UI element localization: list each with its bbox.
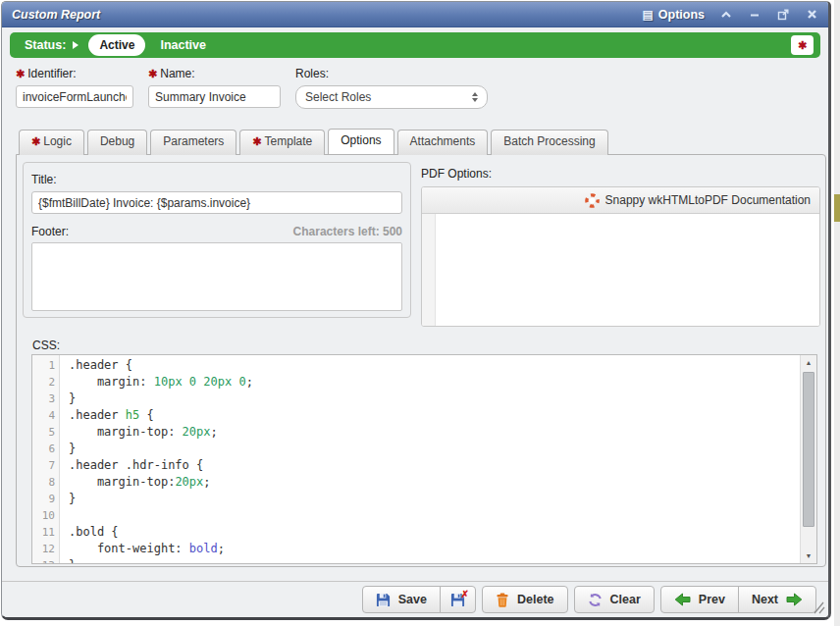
- identifier-input[interactable]: [16, 85, 133, 108]
- css-line-numbers: 12345678910111213: [32, 355, 60, 563]
- options-tab-panel: Title: Footer: Characters left: 500 PDF …: [16, 154, 826, 567]
- options-menu-label: Options: [658, 8, 705, 22]
- tab-label: Attachments: [410, 134, 476, 148]
- title-label: Title:: [31, 173, 57, 186]
- titlebar: Custom Report ▤ Options: [2, 2, 828, 27]
- footer-toolbar: Save ✗: [2, 581, 828, 617]
- nav-button-group: Prev Next: [660, 586, 816, 613]
- pdf-options-textarea[interactable]: [436, 214, 819, 327]
- required-icon: ✱: [31, 135, 40, 147]
- tab-template[interactable]: ✱Template: [239, 130, 325, 155]
- code-line: margin: 10px 0 20px 0;: [69, 374, 800, 391]
- scroll-up-icon[interactable]: ▲: [801, 355, 816, 370]
- line-number: 11: [32, 524, 55, 541]
- characters-left-counter: Characters left: 500: [293, 225, 402, 238]
- tab-bar: ✱LogicDebugParameters✱TemplateOptionsAtt…: [16, 129, 826, 154]
- tab-attachments[interactable]: Attachments: [397, 130, 489, 155]
- options-menu[interactable]: ▤ Options: [642, 8, 705, 22]
- scrollbar-thumb[interactable]: [803, 372, 814, 527]
- line-number: 10: [32, 507, 55, 524]
- line-number: 2: [32, 374, 55, 391]
- code-line: }: [69, 557, 800, 563]
- snappy-documentation-link[interactable]: Snappy wkHTMLtoPDF Documentation: [605, 193, 811, 207]
- tab-batch-processing[interactable]: Batch Processing: [491, 130, 607, 155]
- name-input[interactable]: [148, 85, 281, 108]
- footer-label: Footer:: [31, 225, 69, 238]
- roles-field-group: Roles: Select Roles: [295, 67, 488, 109]
- line-number: 4: [32, 407, 55, 424]
- footer-textarea[interactable]: [31, 242, 402, 311]
- code-line: }: [69, 491, 800, 507]
- identifier-label: ✱Identifier:: [16, 67, 133, 80]
- tab-logic[interactable]: ✱Logic: [19, 130, 84, 155]
- status-required-button[interactable]: ✱: [791, 35, 814, 55]
- save-icon: [376, 593, 391, 607]
- next-button[interactable]: Next: [738, 586, 816, 613]
- title-input[interactable]: [31, 191, 402, 214]
- tab-label: Batch Processing: [503, 134, 595, 148]
- collapse-icon[interactable]: [719, 8, 733, 22]
- trash-icon: [496, 593, 509, 607]
- code-line: margin-top:20px;: [69, 474, 800, 491]
- status-inactive-button[interactable]: Inactive: [160, 38, 206, 52]
- line-number: 7: [32, 457, 55, 474]
- scroll-down-icon[interactable]: ▼: [801, 548, 816, 563]
- save-button[interactable]: Save: [362, 586, 441, 613]
- arrow-left-icon: [674, 593, 691, 606]
- tab-debug[interactable]: Debug: [87, 130, 147, 155]
- identifier-field-group: ✱Identifier:: [16, 67, 133, 109]
- line-number: 3: [32, 391, 55, 407]
- css-editor-scrollbar: ▲ ▼: [800, 355, 816, 563]
- clear-button-label: Clear: [610, 593, 641, 606]
- lifebuoy-icon: [585, 193, 600, 208]
- required-icon: ✱: [148, 68, 157, 79]
- save-button-label: Save: [398, 593, 427, 606]
- delete-button[interactable]: Delete: [482, 586, 568, 613]
- list-icon: ▤: [642, 8, 653, 22]
- status-active-button[interactable]: Active: [88, 34, 145, 56]
- code-line: margin-top: 20px;: [69, 424, 800, 441]
- custom-report-dialog: Custom Report ▤ Options Status: Active I…: [1, 1, 831, 620]
- tab-label: Options: [341, 133, 381, 147]
- line-number: 9: [32, 491, 55, 507]
- code-line: font-weight: bold;: [69, 541, 800, 557]
- code-line: [69, 507, 800, 524]
- code-line: .header h5 {: [69, 407, 800, 424]
- minimize-icon[interactable]: [748, 8, 761, 22]
- line-number: 1: [32, 357, 55, 374]
- code-line: .header {: [69, 357, 800, 374]
- css-code-lines[interactable]: .header { margin: 10px 0 20px 0;}.header…: [60, 355, 800, 563]
- status-arrow-icon: [73, 41, 79, 49]
- save-exit-button[interactable]: ✗: [440, 586, 476, 613]
- roles-selected-value: Select Roles: [305, 90, 371, 104]
- name-label: ✱Name:: [148, 67, 281, 80]
- popout-icon[interactable]: [776, 8, 790, 22]
- code-line: }: [69, 391, 800, 407]
- tab-parameters[interactable]: Parameters: [150, 130, 236, 155]
- report-form-row: ✱Identifier: ✱Name: Roles: Select Roles: [16, 67, 488, 109]
- pdf-options-header: Snappy wkHTMLtoPDF Documentation: [422, 187, 819, 214]
- next-button-label: Next: [752, 593, 778, 606]
- close-icon[interactable]: [805, 8, 818, 22]
- name-field-group: ✱Name:: [148, 67, 281, 109]
- prev-button-label: Prev: [699, 593, 725, 606]
- required-icon: ✱: [252, 135, 261, 147]
- line-number: 5: [32, 424, 55, 441]
- clear-button[interactable]: Clear: [574, 586, 655, 613]
- tab-label: Template: [265, 134, 313, 148]
- status-label: Status:: [25, 38, 66, 52]
- roles-select[interactable]: Select Roles: [295, 85, 488, 109]
- page-background-fragment: [834, 194, 840, 222]
- resize-grip[interactable]: [810, 600, 825, 615]
- tab-options[interactable]: Options: [328, 129, 394, 154]
- refresh-icon: [588, 593, 603, 607]
- prev-button[interactable]: Prev: [660, 586, 739, 613]
- status-bar: Status: Active Inactive ✱: [10, 32, 820, 58]
- delete-button-label: Delete: [517, 593, 554, 606]
- tab-label: Parameters: [163, 134, 224, 148]
- save-exit-icon: ✗: [450, 593, 465, 607]
- line-number: 12: [32, 541, 55, 557]
- select-arrows-icon: [472, 92, 478, 102]
- roles-label: Roles:: [295, 67, 488, 80]
- code-line: }: [69, 441, 800, 457]
